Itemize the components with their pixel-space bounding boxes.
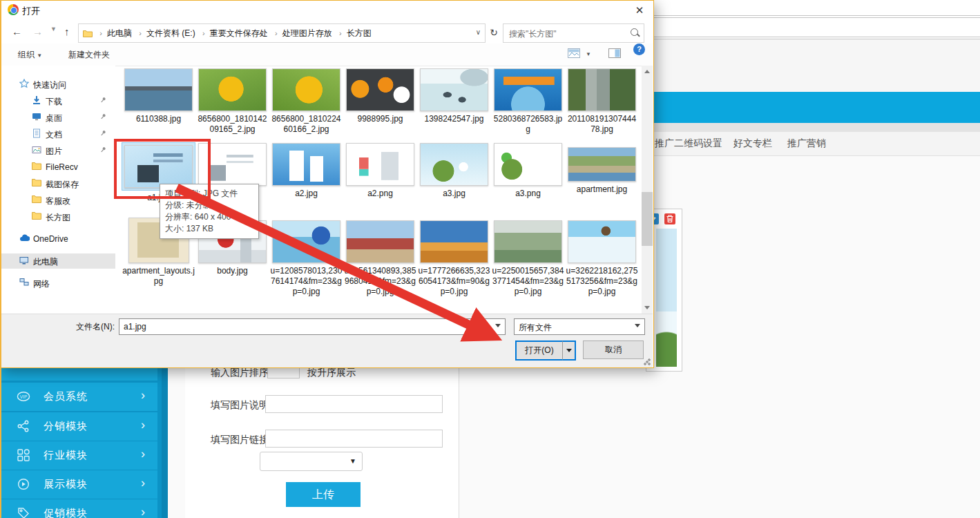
vip-icon: VIP [17, 390, 30, 403]
sidebar-item-desktop[interactable]: 桌面 [1, 110, 115, 125]
sidebar-item-screenshot-save[interactable]: 截图保存 [1, 176, 115, 191]
cloud-icon [19, 233, 30, 242]
file-thumbnail [272, 220, 340, 263]
preview-pane-button[interactable] [608, 48, 621, 61]
sidebar-item-distribution[interactable]: 分销模块 › [0, 412, 157, 441]
help-button[interactable]: ? [633, 44, 645, 55]
refresh-icon[interactable]: ↻ [486, 23, 501, 41]
open-button[interactable]: 打开(O) [515, 340, 564, 361]
sidebar-item-filerecv[interactable]: FileRecv [1, 160, 115, 175]
file-item[interactable]: 1398242547.jpg [417, 68, 491, 135]
file-grid-row: 6110388.jpg 8656800_181014209165_2.jpg 8… [122, 68, 639, 135]
scroll-down-icon[interactable] [644, 306, 650, 309]
trash-icon[interactable] [664, 213, 675, 224]
file-name: 5280368726583.jpg [492, 114, 564, 135]
sidebar-item-display[interactable]: 展示模块 › [0, 470, 157, 499]
subnav-item-qrcode[interactable]: 推广二维码设置 [655, 137, 722, 150]
file-item[interactable]: 20110819130744478.jpg [565, 68, 639, 135]
breadcrumb-important-files[interactable]: 重要文件保存处 [210, 28, 268, 38]
file-thumbnail [568, 68, 636, 111]
file-item[interactable]: a2.png [343, 143, 417, 203]
forward-button[interactable]: → [32, 26, 43, 37]
file-item[interactable]: apartment.jpg [565, 143, 639, 203]
breadcrumb-this-pc[interactable]: 此电脑 [107, 28, 132, 38]
sidebar-item-promotion[interactable]: 促销模块 › [0, 499, 157, 518]
sidebar-item-label: 展示模块 [44, 478, 88, 491]
link-input[interactable] [265, 430, 443, 448]
dialog-toolbar: 组织 ▼ 新建文件夹 ▼ ? [1, 44, 653, 66]
chevron-right-icon: › [141, 418, 145, 432]
sidebar-item-quick-access[interactable]: 快速访问 [1, 77, 115, 92]
file-item[interactable]: 6110388.jpg [122, 68, 195, 135]
card-image [656, 229, 677, 367]
file-name: apartment_layouts.jpg [122, 266, 195, 287]
file-name: 8656800_181014209165_2.jpg [196, 114, 269, 135]
sidebar-item-membership[interactable]: VIP 会员系统 › [0, 383, 157, 411]
category-select[interactable]: ▼ [260, 452, 363, 471]
up-button[interactable]: ↑ [64, 26, 70, 37]
link-label: 填写图片链接 [211, 434, 269, 446]
file-item[interactable]: 8656800_181022460166_2.jpg [269, 68, 343, 135]
pin-icon [100, 97, 107, 104]
upload-button[interactable]: 上传 [286, 482, 361, 507]
file-item[interactable]: u=1208578013,2307614174&fm=23&gp=0.jpg [269, 218, 343, 297]
search-placeholder: 搜索"长方图" [509, 28, 557, 40]
sidebar-item-onedrive[interactable]: OneDrive [1, 231, 115, 247]
file-item[interactable]: 9988995.jpg [343, 68, 417, 135]
filename-input[interactable]: a1.jpg [119, 318, 506, 335]
folder-icon [32, 195, 41, 203]
file-item[interactable]: u=1561340893,3859680418&fm=23&gp=0.jpg [343, 218, 417, 297]
filetype-select[interactable]: 所有文件 [514, 318, 645, 335]
sidebar-item-downloads[interactable]: 下载 [1, 93, 115, 108]
breadcrumb-processed-images[interactable]: 处理图片存放 [282, 28, 332, 38]
description-input[interactable] [265, 395, 443, 413]
back-button[interactable]: ← [12, 26, 22, 37]
file-item[interactable]: u=2250015657,3843771454&fm=23&gp=0.jpg [491, 218, 565, 297]
subnav-item-articles[interactable]: 好文专栏 [733, 137, 772, 150]
resize-grip[interactable] [644, 358, 651, 365]
sidebar-item-this-pc[interactable]: 此电脑 [1, 253, 115, 269]
file-thumbnail [272, 143, 340, 186]
file-item[interactable]: a3.png [491, 143, 565, 203]
search-icon[interactable] [631, 28, 638, 36]
sidebar-item-changfangtu[interactable]: 长方图 [1, 209, 115, 224]
close-icon[interactable]: ✕ [633, 3, 646, 17]
file-item[interactable]: u=1777266635,3236054173&fm=90&gp=0.jpg [417, 218, 491, 297]
file-item[interactable]: u=3262218162,2755173256&fm=23&gp=0.jpg [565, 218, 639, 297]
address-dropdown-icon[interactable]: ∨ [476, 28, 481, 36]
file-item[interactable]: 5280368726583.jpg [491, 68, 565, 135]
scroll-up-icon[interactable] [644, 70, 650, 73]
cancel-button[interactable]: 取消 [583, 340, 644, 359]
file-list-scrollbar[interactable] [642, 66, 653, 314]
recent-locations-dropdown[interactable]: ▼ [50, 26, 57, 32]
folder-icon [32, 211, 41, 220]
sidebar-item-documents[interactable]: 文档 [1, 126, 115, 142]
open-button-dropdown[interactable] [562, 340, 576, 361]
sidebar-item-network[interactable]: 网络 [1, 276, 115, 291]
file-item[interactable]: a2.jpg [269, 143, 343, 203]
search-box[interactable]: 搜索"长方图" [503, 23, 644, 43]
sidebar-item-industry[interactable]: 行业模块 › [0, 441, 157, 470]
filename-label: 文件名(N): [76, 321, 115, 333]
breadcrumb-rect-images[interactable]: 长方图 [347, 28, 372, 38]
address-bar[interactable]: ›此电脑 ›文件资料 (E:) ›重要文件保存处 ›处理图片存放 ›长方图 ∨ [78, 23, 486, 43]
new-folder-button[interactable]: 新建文件夹 [68, 49, 110, 61]
tooltip-line: 分辨率: 640 x 400 [165, 211, 253, 223]
file-name: u=2250015657,3843771454&fm=23&gp=0.jpg [492, 266, 564, 297]
breadcrumb-drive-e[interactable]: 文件资料 (E:) [146, 28, 195, 38]
file-item[interactable]: a3.jpg [417, 143, 491, 203]
chevron-down-icon: ▼ [349, 457, 356, 465]
file-thumbnail [568, 147, 636, 182]
play-icon [17, 477, 30, 491]
file-item[interactable]: 8656800_181014209165_2.jpg [195, 68, 269, 135]
organize-menu[interactable]: 组织 ▼ [18, 49, 42, 61]
breadcrumb-separator: › [139, 29, 142, 37]
file-thumbnail [494, 68, 562, 111]
view-thumbnails-button[interactable] [568, 48, 580, 61]
breadcrumb-separator: › [99, 29, 102, 37]
sidebar-item-pictures[interactable]: 图片 [1, 143, 115, 158]
view-dropdown-icon[interactable]: ▼ [586, 51, 591, 57]
scrollbar-thumb[interactable] [642, 192, 653, 246]
subnav-item-marketing[interactable]: 推广营销 [787, 137, 826, 150]
sidebar-item-kefugai[interactable]: 客服改 [1, 193, 115, 208]
